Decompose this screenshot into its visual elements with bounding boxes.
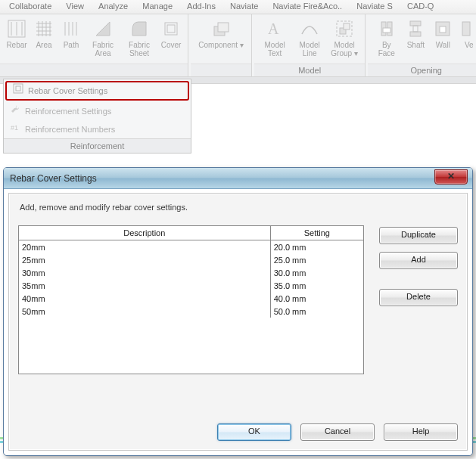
svg-text:A: A [268,20,279,37]
cell-description[interactable]: 50mm [19,305,270,318]
menu-item[interactable]: Naviate Fire&Aco.. [266,0,348,12]
reinforcement-panel: Rebar Cover Settings Reinforcement Setti… [3,79,191,154]
svg-text:#1: #1 [11,124,18,132]
svg-rect-30 [413,26,418,32]
svg-rect-35 [16,86,20,91]
ribbon-btn-area[interactable]: Area [30,16,58,49]
svg-rect-32 [440,26,446,33]
cell-description[interactable]: 30mm [19,266,270,279]
reinf-panel-title: Reinforcement [4,138,191,153]
model-line-icon [299,17,320,40]
ribbon-panel-rebar: Rebar Area Path Fabric Area [0,14,188,76]
table-row[interactable]: 25mm 25.0 mm [19,253,363,266]
cell-setting[interactable]: 20.0 mm [270,240,363,254]
menu-item[interactable]: Manage [136,0,179,12]
menu-item[interactable]: Naviate [224,0,264,12]
reinf-item-settings[interactable]: Reinforcement Settings [4,102,191,120]
ribbon-panel-model: A Model Text Model Line Model Group ▾ Mo… [254,14,366,76]
cell-setting[interactable]: 25.0 mm [270,253,363,266]
wrench-icon [10,102,20,120]
cell-description[interactable]: 40mm [19,292,270,305]
close-icon: ✕ [447,171,455,181]
ribbon-panel-opening: By Face Shaft Wall Ve Opening [368,14,476,76]
by-face-icon [376,17,397,40]
add-button[interactable]: Add [379,252,458,269]
vertical-icon [459,17,476,40]
cancel-button[interactable]: Cancel [300,423,375,441]
ribbon-btn-model-text[interactable]: A Model Text [257,16,292,57]
ok-button[interactable]: OK [217,423,291,441]
shaft-icon [405,17,426,40]
table-row[interactable]: 40mm 40.0 mm [19,292,363,305]
delete-button[interactable]: Delete [379,289,458,306]
svg-rect-17 [165,23,177,35]
ribbon-btn-model-group[interactable]: Model Group ▾ [327,16,362,57]
menu-item[interactable]: Collaborate [3,0,58,12]
ribbon-btn-vertical[interactable]: Ve [456,16,476,49]
cell-setting[interactable]: 30.0 mm [270,266,363,279]
cover-icon [160,17,182,40]
reinf-item-label: Rebar Cover Settings [28,82,107,99]
model-text-icon: A [264,17,285,40]
col-description[interactable]: Description [19,226,270,240]
ribbon: Rebar Area Path Fabric Area [0,14,476,77]
svg-rect-28 [410,21,421,26]
table-row[interactable]: 50mm 50.0 mm [19,305,363,318]
dialog-titlebar[interactable]: Rebar Cover Settings ✕ [4,168,472,189]
side-buttons: Duplicate Add Delete [379,225,458,306]
menu-bar: Collaborate View Analyze Manage Add-Ins … [0,0,476,14]
menu-item[interactable]: CAD-Q [401,0,440,12]
cell-setting[interactable]: 35.0 mm [270,279,363,292]
cover-settings-icon [13,82,23,99]
table-row[interactable]: 30mm 30.0 mm [19,266,363,279]
svg-rect-24 [344,23,350,29]
ribbon-btn-model-line[interactable]: Model Line [292,16,327,57]
ribbon-btn-wall[interactable]: Wall [429,16,456,49]
dialog-title: Rebar Cover Settings [10,173,97,184]
numbers-icon: #1 [10,120,20,138]
dialog-instruction: Add, remove and modify rebar cover setti… [9,194,467,225]
close-button[interactable]: ✕ [434,169,468,185]
svg-rect-33 [462,22,470,36]
svg-rect-34 [14,84,23,93]
ribbon-btn-component[interactable]: Component ▾ [196,16,246,49]
ribbon-btn-shaft[interactable]: Shaft [402,16,429,49]
cell-setting[interactable]: 40.0 mm [270,292,363,305]
col-setting[interactable]: Setting [270,226,363,240]
ribbon-btn-by-face[interactable]: By Face [371,16,402,57]
dialog-action-buttons: OK Cancel Help [217,423,458,441]
dialog-body: Add, remove and modify rebar cover setti… [8,193,468,451]
menu-item[interactable]: Add-Ins [181,0,222,12]
svg-rect-29 [410,32,421,36]
ribbon-btn-path[interactable]: Path [58,16,85,49]
cell-setting[interactable]: 50.0 mm [270,305,363,318]
area-icon [33,17,54,40]
reinf-item-cover-settings[interactable]: Rebar Cover Settings [5,81,189,101]
ribbon-panel-component: Component ▾ [191,14,252,76]
table-row[interactable]: 35mm 35.0 mm [19,279,363,292]
menu-item[interactable]: View [60,0,90,12]
ribbon-btn-fabric-area[interactable]: Fabric Area [85,16,121,57]
reinf-item-numbers[interactable]: #1 Reinforcement Numbers [4,120,191,138]
cell-description[interactable]: 35mm [19,279,270,292]
duplicate-button[interactable]: Duplicate [379,227,458,244]
menu-item[interactable]: Naviate S [350,0,399,12]
help-button[interactable]: Help [384,423,458,441]
cover-settings-table[interactable]: Description Setting 20mm 20.0 mm 25mm 25… [18,225,364,374]
fabric-sheet-icon [129,17,150,40]
fabric-area-icon [92,17,114,40]
svg-rect-20 [218,23,229,32]
table-row[interactable]: 20mm 20.0 mm [19,240,363,254]
model-group-icon [334,17,355,40]
svg-marker-16 [96,22,110,36]
reinf-item-label: Reinforcement Numbers [25,120,115,138]
ribbon-btn-fabric-sheet[interactable]: Fabric Sheet [121,16,157,57]
component-icon [210,17,232,40]
ribbon-btn-rebar[interactable]: Rebar [3,16,30,49]
ribbon-btn-cover[interactable]: Cover [157,16,185,49]
menu-item[interactable]: Analyze [92,0,134,12]
cell-description[interactable]: 25mm [19,253,270,266]
reinf-item-label: Reinforcement Settings [25,102,111,120]
rebar-icon [6,17,27,40]
cell-description[interactable]: 20mm [19,240,270,254]
